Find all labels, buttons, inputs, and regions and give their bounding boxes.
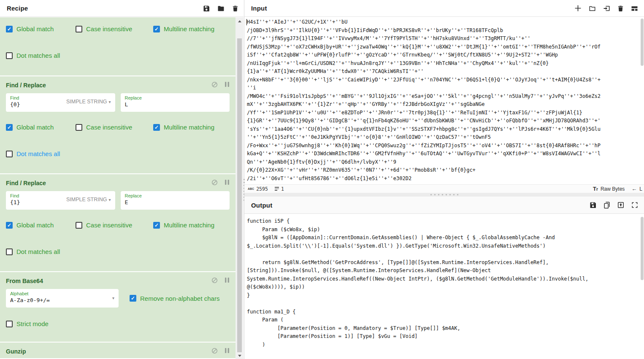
operation-find-replace-1[interactable]: Find / Replace Find {0} SIMPLE STRING▾ R…	[0, 76, 235, 173]
operation-partial[interactable]: ✓ Global match ✓ Case insensitive ✓ Mult…	[0, 17, 235, 76]
replace-input-with-output-icon[interactable]	[617, 202, 624, 208]
disable-operation-icon[interactable]	[211, 81, 218, 88]
output-title: Output	[251, 202, 272, 209]
find-field[interactable]: Find {1} SIMPLE STRING▾	[6, 191, 115, 210]
checkbox-checked-icon: ✓	[6, 26, 13, 32]
clear-io-trash-icon[interactable]	[617, 5, 624, 12]
recipe-panel: Recipe ✓ Global match ✓ Case insensitive	[0, 0, 244, 359]
eol-arrow-icon[interactable]: ←	[631, 186, 637, 192]
checkbox-case-insensitive[interactable]: ✓ Case insensitive	[76, 221, 153, 229]
disable-operation-icon[interactable]	[211, 179, 218, 186]
pause-operation-icon[interactable]	[225, 81, 230, 88]
load-recipe-folder-icon[interactable]	[217, 5, 225, 12]
disable-operation-icon[interactable]	[211, 348, 218, 354]
checkbox-checked-icon: ✓	[130, 295, 136, 302]
open-input-import-icon[interactable]	[603, 5, 610, 12]
output-text: function i5P { Param ($cWo8x, $ip) $g8lN…	[244, 214, 644, 349]
checkbox-multiline-matching[interactable]: ✓ Multiline matching	[153, 124, 214, 131]
scroll-up-icon[interactable]	[235, 18, 244, 24]
checkbox-global-match[interactable]: ✓ Global match	[6, 25, 76, 32]
pause-operation-icon[interactable]	[225, 179, 230, 186]
checkbox-unchecked-icon: ✓	[6, 52, 13, 59]
caret-down-icon: ▾	[108, 100, 111, 104]
checkbox-checked-icon: ✓	[153, 26, 160, 32]
io-panel: Input H4sI''+''AIeJ''+''G2UC/+1X''+''bU …	[244, 0, 644, 359]
add-input-icon[interactable]	[574, 5, 582, 12]
checkbox-checked-icon: ✓	[6, 222, 13, 229]
find-type-dropdown[interactable]: SIMPLE STRING▾	[66, 99, 111, 105]
find-field[interactable]: Find {0} SIMPLE STRING▾	[6, 93, 115, 112]
replace-field[interactable]: Replace L	[121, 93, 230, 112]
input-scrollbar-thumb[interactable]	[641, 19, 644, 66]
output-header: Output	[244, 197, 644, 214]
checkbox-dot-matches-all[interactable]: ✓ Dot matches all	[6, 150, 60, 157]
operation-title: Gunzip	[0, 343, 235, 355]
text-cursor	[246, 19, 247, 25]
disable-operation-icon[interactable]	[211, 277, 218, 283]
save-output-icon[interactable]	[590, 202, 596, 208]
checkbox-dot-matches-all[interactable]: ✓ Dot matches all	[6, 52, 60, 59]
checkbox-checked-icon: ✓	[153, 124, 160, 131]
input-editor[interactable]: H4sI''+''AIeJ''+''G2UC/+1X''+''bU /jOBD+…	[244, 17, 644, 184]
abc-count-icon: ABC	[248, 187, 254, 190]
checkbox-multiline-matching[interactable]: ✓ Multiline matching	[153, 25, 214, 32]
input-status-bar: ABC 2595 1 Tr Raw Bytes ← L	[244, 184, 644, 193]
checkbox-case-insensitive[interactable]: ✓ Case insensitive	[76, 25, 153, 32]
checkbox-remove-non-alphabet[interactable]: ✓ Remove non-alphabet chars	[130, 295, 219, 302]
operation-find-replace-2[interactable]: Find / Replace Find {1} SIMPLE STRING▾ R…	[0, 174, 235, 271]
checkbox-global-match[interactable]: ✓ Global match	[6, 221, 76, 229]
recipe-operation-list: ✓ Global match ✓ Case insensitive ✓ Mult…	[0, 17, 235, 359]
clear-recipe-trash-icon[interactable]	[232, 5, 238, 12]
copy-output-icon[interactable]	[603, 202, 610, 209]
checkbox-unchecked-icon: ✓	[6, 321, 13, 327]
caret-down-icon[interactable]: ▾	[112, 296, 114, 300]
input-text[interactable]: H4sI''+''AIeJ''+''G2UC/+1X''+''bU /jOBD+…	[244, 17, 644, 183]
input-header: Input	[244, 0, 644, 17]
pause-operation-icon[interactable]	[225, 348, 230, 354]
open-file-folder-icon[interactable]	[589, 5, 596, 12]
operation-gunzip[interactable]: Gunzip	[0, 343, 235, 358]
checkbox-global-match[interactable]: ✓ Global match	[6, 124, 76, 131]
operation-from-base64[interactable]: From Base64 Alphabet A-Za-z0-9+/= ▾ ✓ Re…	[0, 272, 235, 342]
checkbox-dot-matches-all[interactable]: ✓ Dot matches all	[6, 248, 60, 255]
alphabet-field[interactable]: Alphabet A-Za-z0-9+/= ▾	[6, 289, 119, 308]
char-count: ABC 2595	[248, 186, 268, 192]
checkbox-checked-icon: ✓	[153, 222, 160, 229]
checkbox-unchecked-icon: ✓	[76, 222, 82, 229]
pause-operation-icon[interactable]	[225, 277, 230, 283]
checkbox-unchecked-icon: ✓	[76, 124, 82, 131]
input-title: Input	[251, 5, 267, 12]
checkbox-case-insensitive[interactable]: ✓ Case insensitive	[76, 124, 153, 131]
replace-field[interactable]: Replace E	[121, 191, 230, 210]
scrollbar-thumb[interactable]	[237, 38, 242, 352]
checkbox-checked-icon: ✓	[6, 124, 13, 131]
operation-title: Find / Replace	[0, 76, 235, 89]
checkbox-unchecked-icon: ✓	[76, 26, 82, 32]
line-count: 1	[275, 186, 284, 192]
line-count-icon	[275, 186, 279, 192]
recipe-header: Recipe	[0, 0, 244, 17]
output-viewer: function i5P { Param ($cWo8x, $ip) $g8lN…	[244, 214, 644, 359]
character-encoding-icon[interactable]: Tr	[593, 186, 598, 192]
checkbox-multiline-matching[interactable]: ✓ Multiline matching	[153, 221, 214, 229]
checkbox-strict-mode[interactable]: ✓ Strict mode	[6, 320, 49, 327]
operation-title: Find / Replace	[0, 174, 235, 186]
save-recipe-icon[interactable]	[203, 5, 210, 12]
eol-selector[interactable]: L	[639, 186, 642, 192]
recipe-title: Recipe	[7, 5, 28, 12]
operation-title: From Base64	[0, 272, 235, 284]
maximize-output-icon[interactable]	[631, 202, 638, 208]
cyberchef-app: Recipe ✓ Global match ✓ Case insensitive	[0, 0, 644, 359]
output-scrollbar-thumb[interactable]	[641, 217, 644, 280]
caret-down-icon: ▾	[108, 197, 111, 202]
tab-layout-grid-icon[interactable]	[631, 5, 638, 12]
checkbox-unchecked-icon: ✓	[6, 248, 13, 255]
io-splitter-handle[interactable]	[244, 193, 644, 197]
character-encoding-selector[interactable]: Raw Bytes	[601, 186, 625, 192]
scroll-down-icon[interactable]	[235, 353, 244, 359]
find-type-dropdown[interactable]: SIMPLE STRING▾	[66, 197, 111, 202]
checkbox-unchecked-icon: ✓	[6, 151, 13, 157]
